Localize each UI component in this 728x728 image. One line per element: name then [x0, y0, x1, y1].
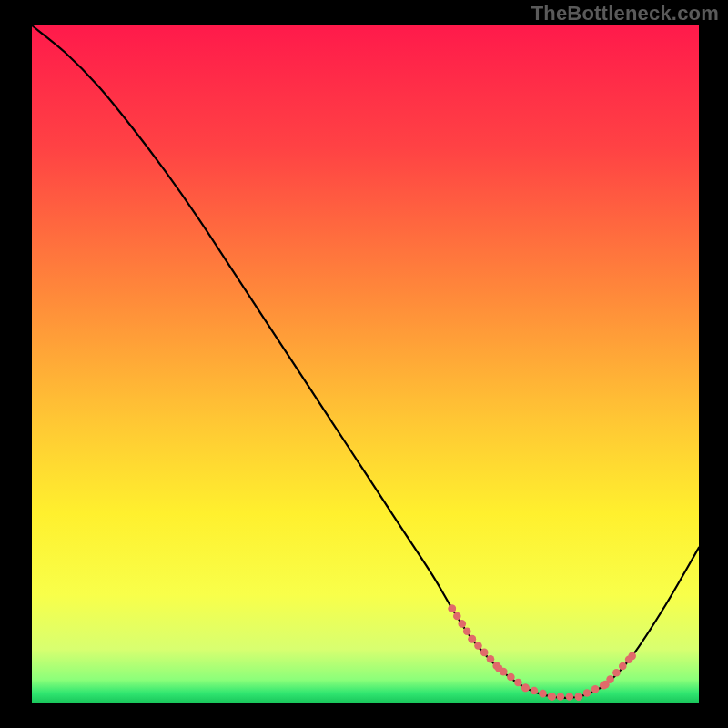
marker-dot — [507, 673, 515, 682]
bottleneck-chart — [0, 0, 728, 728]
marker-dot — [575, 693, 583, 701]
marker-dot — [453, 612, 461, 621]
marker-dot — [531, 687, 539, 695]
marker-dot — [458, 620, 466, 628]
marker-dot — [592, 685, 600, 693]
marker-dot — [480, 649, 489, 657]
marker-dot — [628, 652, 636, 661]
marker-dot — [539, 690, 547, 698]
marker-dot — [474, 642, 482, 650]
marker-dot — [566, 693, 574, 701]
marker-dot — [468, 635, 476, 643]
marker-dot — [521, 684, 530, 693]
marker-dot — [612, 669, 621, 677]
marker-dot — [602, 681, 610, 689]
marker-dot — [548, 693, 556, 701]
marker-dot — [495, 664, 503, 672]
marker-dot — [514, 679, 522, 687]
marker-dot — [583, 689, 592, 697]
marker-dot — [463, 627, 471, 635]
marker-dot — [448, 604, 456, 612]
marker-dot — [487, 655, 495, 663]
marker-dot — [619, 662, 627, 671]
marker-dot — [557, 693, 565, 701]
